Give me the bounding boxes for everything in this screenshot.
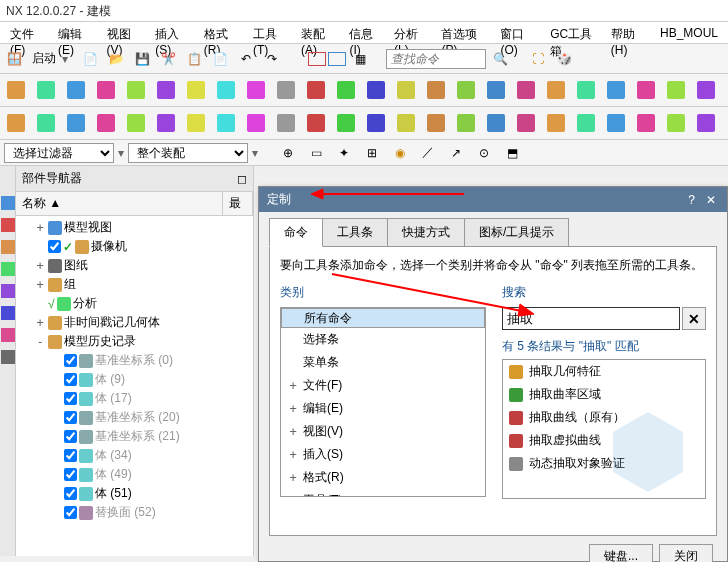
menu-item[interactable]: 插入(S) xyxy=(149,24,196,41)
ribbon-button[interactable] xyxy=(32,109,60,137)
result-item[interactable]: 抽取虚拟曲线 xyxy=(503,429,705,452)
rail-icon[interactable] xyxy=(1,350,15,364)
f2-icon[interactable]: ▭ xyxy=(304,141,328,165)
menu-item[interactable]: 编辑(E) xyxy=(52,24,99,41)
command-search[interactable] xyxy=(386,49,486,69)
ribbon-button[interactable] xyxy=(632,76,660,104)
f6-icon[interactable]: ／ xyxy=(416,141,440,165)
menu-item[interactable]: 信息(I) xyxy=(343,24,386,41)
ribbon-button[interactable] xyxy=(212,76,240,104)
f1-icon[interactable]: ⊕ xyxy=(276,141,300,165)
ribbon-button[interactable] xyxy=(662,76,690,104)
menu-item[interactable]: 视图(V) xyxy=(101,24,148,41)
menu-item[interactable]: 首选项(P) xyxy=(435,24,492,41)
result-item[interactable]: 抽取曲线（原有） xyxy=(503,406,705,429)
rect2-icon[interactable] xyxy=(328,52,346,66)
ribbon-button[interactable] xyxy=(512,76,540,104)
f4-icon[interactable]: ⊞ xyxy=(360,141,384,165)
tree-node[interactable]: +模型视图 xyxy=(18,218,251,237)
ribbon-button[interactable] xyxy=(482,109,510,137)
f3-icon[interactable]: ✦ xyxy=(332,141,356,165)
ribbon-button[interactable] xyxy=(182,109,210,137)
node-checkbox[interactable] xyxy=(64,411,77,424)
f9-icon[interactable]: ⬒ xyxy=(500,141,524,165)
help-icon[interactable]: ? xyxy=(688,193,695,207)
ribbon-button[interactable] xyxy=(362,76,390,104)
assembly-select[interactable]: 整个装配 xyxy=(128,143,248,163)
tree-node[interactable]: -模型历史记录 xyxy=(18,332,251,351)
ribbon-button[interactable] xyxy=(692,109,720,137)
start-label[interactable]: 启动 xyxy=(28,50,60,67)
f7-icon[interactable]: ↗ xyxy=(444,141,468,165)
close-icon[interactable]: ✕ xyxy=(703,193,719,207)
dialog-header[interactable]: 定制 ? ✕ xyxy=(259,187,727,212)
result-item[interactable]: 动态抽取对象验证 xyxy=(503,452,705,475)
tab-1[interactable]: 工具条 xyxy=(322,218,388,247)
undo-icon[interactable]: ↶ xyxy=(234,47,258,71)
ribbon-button[interactable] xyxy=(62,76,90,104)
menu-item[interactable]: 工具(T) xyxy=(247,24,293,41)
ribbon-button[interactable] xyxy=(332,76,360,104)
ribbon-button[interactable] xyxy=(182,76,210,104)
redo-icon[interactable]: ↷ xyxy=(260,47,284,71)
copy-icon[interactable]: 📋 xyxy=(182,47,206,71)
panel-toggle-icon[interactable]: ◻ xyxy=(237,172,247,186)
category-item[interactable]: +文件(F) xyxy=(281,374,485,397)
menu-item[interactable]: 帮助(H) xyxy=(605,24,652,41)
rail-icon[interactable] xyxy=(1,196,15,210)
ribbon-button[interactable] xyxy=(482,76,510,104)
ribbon-button[interactable] xyxy=(332,109,360,137)
ribbon-button[interactable] xyxy=(542,76,570,104)
ribbon-button[interactable] xyxy=(302,76,330,104)
tree-node[interactable]: +非时间戳记几何体 xyxy=(18,313,251,332)
results-list[interactable]: 抽取几何特征抽取曲率区域抽取曲线（原有）抽取虚拟曲线动态抽取对象验证 xyxy=(502,359,706,499)
node-checkbox[interactable] xyxy=(48,240,61,253)
rail-icon[interactable] xyxy=(1,218,15,232)
category-item[interactable]: +工具(T) xyxy=(281,489,485,497)
ribbon-button[interactable] xyxy=(62,109,90,137)
save-icon[interactable]: 💾 xyxy=(130,47,154,71)
ribbon-button[interactable] xyxy=(632,109,660,137)
rail-icon[interactable] xyxy=(1,240,15,254)
tab-2[interactable]: 快捷方式 xyxy=(387,218,465,247)
search-input[interactable] xyxy=(502,307,680,330)
ribbon-button[interactable] xyxy=(92,76,120,104)
clear-search-button[interactable]: ✕ xyxy=(682,307,706,330)
ribbon-button[interactable] xyxy=(212,109,240,137)
ribbon-button[interactable] xyxy=(2,109,30,137)
search-icon[interactable]: 🔍 xyxy=(488,47,512,71)
ribbon-button[interactable] xyxy=(272,109,300,137)
category-item[interactable]: +插入(S) xyxy=(281,443,485,466)
result-item[interactable]: 抽取曲率区域 xyxy=(503,383,705,406)
category-item[interactable]: +格式(R) xyxy=(281,466,485,489)
rail-icon[interactable] xyxy=(1,262,15,276)
menu-item[interactable]: 文件(F) xyxy=(4,24,50,41)
cut-icon[interactable]: ✂️ xyxy=(156,47,180,71)
tree-node[interactable]: ✓摄像机 xyxy=(18,237,251,256)
tree-node[interactable]: √分析 xyxy=(18,294,251,313)
ribbon-button[interactable] xyxy=(152,109,180,137)
ribbon-button[interactable] xyxy=(422,76,450,104)
expand-icon[interactable]: ⛶ xyxy=(526,47,550,71)
ribbon-button[interactable] xyxy=(152,76,180,104)
tree-node[interactable]: 基准坐标系 (21) xyxy=(18,427,251,446)
node-checkbox[interactable] xyxy=(64,506,77,519)
ribbon-button[interactable] xyxy=(92,109,120,137)
f8-icon[interactable]: ⊙ xyxy=(472,141,496,165)
grid-icon[interactable]: ▦ xyxy=(348,47,372,71)
ribbon-button[interactable] xyxy=(302,109,330,137)
ribbon-button[interactable] xyxy=(692,76,720,104)
keyboard-button[interactable]: 键盘... xyxy=(589,544,653,562)
ribbon-button[interactable] xyxy=(362,109,390,137)
result-item[interactable]: 抽取几何特征 xyxy=(503,360,705,383)
ribbon-button[interactable] xyxy=(572,76,600,104)
filter-select[interactable]: 选择过滤器 xyxy=(4,143,114,163)
ribbon-button[interactable] xyxy=(452,109,480,137)
start-button[interactable]: 🪟 xyxy=(2,47,26,71)
close-button[interactable]: 关闭 xyxy=(659,544,713,562)
node-checkbox[interactable] xyxy=(64,392,77,405)
tree-node[interactable]: 基准坐标系 (0) xyxy=(18,351,251,370)
ribbon-button[interactable] xyxy=(392,109,420,137)
ribbon-button[interactable] xyxy=(122,76,150,104)
node-checkbox[interactable] xyxy=(64,468,77,481)
